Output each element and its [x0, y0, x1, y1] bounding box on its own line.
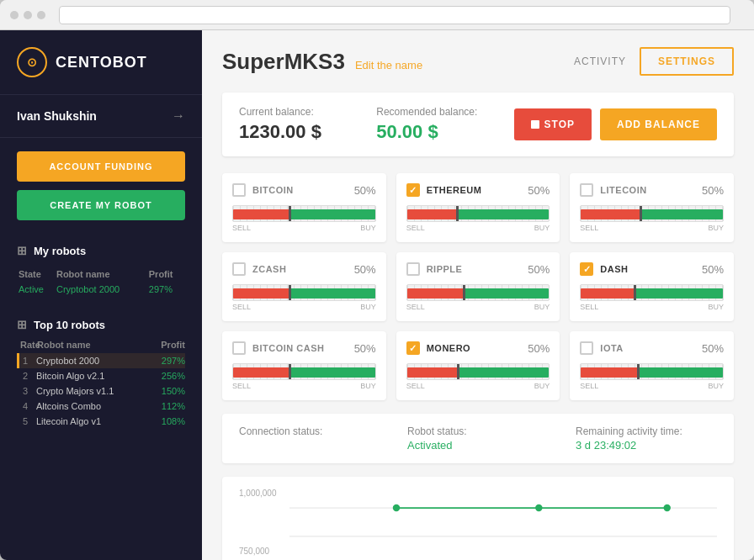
crypto-header: ZCASH 50%: [232, 262, 376, 276]
top-robot-name: Crypto Majors v1.1: [36, 386, 162, 396]
slider-thumb[interactable]: [456, 206, 459, 221]
sell-label: SELL: [580, 382, 598, 390]
crypto-slider[interactable]: [580, 284, 724, 301]
slider-thumb[interactable]: [457, 364, 459, 379]
crypto-name-section: ZCASH: [232, 262, 286, 276]
top-robots-list: 1 Cryptobot 2000 297% 2 Bitcoin Algo v2.…: [17, 353, 185, 429]
slider-thumb[interactable]: [637, 364, 640, 379]
top-robot-item[interactable]: 4 Altcoins Combo 112%: [17, 399, 185, 414]
crypto-slider[interactable]: [406, 205, 550, 222]
crypto-percent: 50%: [354, 263, 376, 276]
profit-header: Profit: [149, 267, 183, 281]
page-header: SuperMKS3 Edit the name ACTIVITY SETTING…: [222, 47, 734, 76]
crypto-checkbox[interactable]: [406, 341, 420, 355]
crypto-slider[interactable]: [406, 363, 550, 380]
stop-label: STOP: [544, 119, 575, 130]
slider-thumb[interactable]: [463, 285, 465, 300]
rate-col-header: Rate: [20, 340, 37, 350]
dot-1: [10, 11, 19, 19]
crypto-name-section: ETHEREUM: [406, 183, 482, 197]
top-robots-label: Top 10 robots: [34, 319, 105, 331]
account-funding-button[interactable]: ACCOUNT FUNDING: [17, 151, 185, 182]
crypto-grid: BITCOIN 50% SELL BUY ETHEREUM 50%: [222, 173, 734, 400]
robot-name[interactable]: Cryptobot 2000: [56, 283, 147, 296]
top-robots-section: ⊞ Top 10 robots Rate Robot name Profit 1…: [0, 308, 202, 439]
crypto-slider[interactable]: [580, 205, 724, 222]
sidebar: ⊙ CENTOBOT Ivan Shukshin → ACCOUNT FUNDI…: [0, 30, 202, 560]
top-robot-profit: 112%: [162, 401, 185, 411]
crypto-name-section: MONERO: [406, 341, 471, 355]
current-balance: Current balance: 1230.00 $: [239, 106, 349, 143]
slider-thumb[interactable]: [640, 206, 642, 221]
slider-fill-left: [407, 288, 464, 298]
crypto-name-section: BITCOIN CASH: [232, 341, 324, 355]
slider-fill-right: [289, 288, 374, 298]
user-section: Ivan Shukshin →: [0, 95, 202, 138]
slider-thumb[interactable]: [289, 364, 291, 379]
top-robot-item[interactable]: 1 Cryptobot 2000 297%: [17, 353, 185, 368]
crypto-checkbox[interactable]: [580, 341, 593, 355]
crypto-checkbox[interactable]: [406, 183, 420, 197]
crypto-slider[interactable]: [232, 284, 376, 301]
crypto-name-label: DASH: [600, 264, 628, 274]
crypto-slider[interactable]: [580, 363, 724, 380]
top-robot-rate: 5: [19, 416, 36, 426]
crypto-checkbox[interactable]: [580, 262, 593, 276]
connection-status: Connection status:: [239, 425, 380, 452]
create-robot-button[interactable]: CREATE MY ROBOT: [17, 190, 185, 220]
crypto-header: BITCOIN CASH 50%: [232, 341, 376, 355]
main-panel: SuperMKS3 Edit the name ACTIVITY SETTING…: [202, 30, 754, 560]
crypto-header: LITECOIN 50%: [580, 183, 724, 197]
top-robot-rate: 4: [19, 401, 36, 411]
buy-label: BUY: [708, 382, 724, 390]
crypto-checkbox[interactable]: [406, 262, 420, 276]
slider-fill-right: [289, 209, 374, 219]
stop-button[interactable]: STOP: [514, 108, 592, 140]
top-robot-item[interactable]: 2 Bitcoin Algo v2.1 256%: [17, 368, 185, 383]
header-actions: ACTIVITY SETTINGS: [574, 47, 734, 76]
url-bar[interactable]: [59, 6, 730, 24]
my-robots-section: ⊞ My robots State Robot name Profit Acti…: [0, 234, 202, 308]
slider-fill-right: [640, 209, 723, 219]
top-robot-item[interactable]: 3 Crypto Majors v1.1 150%: [17, 383, 185, 399]
slider-fill-right: [635, 288, 723, 298]
chart-label-high: 1,000,000: [239, 489, 277, 498]
settings-button[interactable]: SETTINGS: [640, 47, 734, 76]
crypto-percent: 50%: [354, 342, 376, 355]
top-robot-rate: 3: [19, 386, 36, 396]
crypto-percent: 50%: [702, 263, 724, 276]
top-robot-name: Litecoin Algo v1: [36, 416, 162, 426]
edit-name-link[interactable]: Edit the name: [355, 59, 422, 71]
sidebar-buttons: ACCOUNT FUNDING CREATE MY ROBOT: [0, 138, 202, 234]
slider-labels: SELL BUY: [232, 224, 376, 232]
sell-label: SELL: [580, 224, 598, 232]
crypto-checkbox[interactable]: [232, 341, 246, 355]
crypto-slider[interactable]: [232, 205, 376, 222]
crypto-card: IOTA 50% SELL BUY: [570, 331, 734, 400]
remaining-time: Remaining activity time: 3 d 23:49:02: [576, 425, 717, 452]
connection-label: Connection status:: [239, 425, 380, 437]
crypto-checkbox[interactable]: [232, 262, 246, 276]
crypto-card: BITCOIN 50% SELL BUY: [222, 173, 386, 242]
slider-thumb[interactable]: [289, 206, 291, 221]
slider-fill-right: [638, 367, 723, 378]
top-robot-item[interactable]: 5 Litecoin Algo v1 108%: [17, 414, 185, 429]
logout-icon[interactable]: →: [172, 108, 185, 124]
crypto-card: ETHEREUM 50% SELL BUY: [396, 173, 560, 242]
crypto-percent: 50%: [528, 342, 550, 355]
crypto-header: ETHEREUM 50%: [406, 183, 550, 197]
slider-labels: SELL BUY: [580, 382, 724, 390]
crypto-slider[interactable]: [232, 363, 376, 380]
remaining-label: Remaining activity time:: [576, 425, 717, 437]
slider-thumb[interactable]: [634, 285, 636, 300]
robot-status-label: Robot status:: [407, 425, 549, 437]
chart-lines: [289, 489, 717, 556]
crypto-slider[interactable]: [406, 284, 550, 301]
slider-labels: SELL BUY: [232, 382, 376, 390]
crypto-checkbox[interactable]: [232, 183, 246, 197]
slider-thumb[interactable]: [289, 285, 291, 300]
add-balance-button[interactable]: ADD BALANCE: [600, 108, 717, 140]
crypto-checkbox[interactable]: [580, 183, 593, 197]
crypto-percent: 50%: [702, 184, 724, 197]
activity-link[interactable]: ACTIVITY: [574, 55, 626, 67]
